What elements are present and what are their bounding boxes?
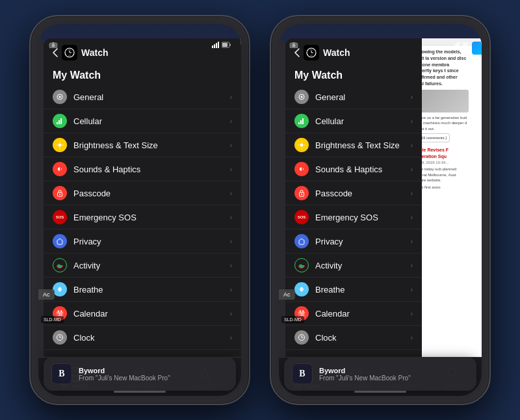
breathe-icon-2	[294, 282, 309, 296]
signal-icon-2	[452, 42, 460, 48]
activity-icon-1	[53, 258, 67, 272]
menu-label-breathe-2: Breathe	[315, 285, 404, 295]
status-right-2	[452, 42, 471, 48]
svg-point-16	[58, 144, 62, 147]
menu-label-brightness-1: Brightness & Text Size	[73, 140, 224, 150]
menu-label-sounds-2: Sounds & Haptics	[315, 164, 404, 174]
menu-item-activity-1[interactable]: Activity ›	[44, 254, 241, 278]
svg-rect-57	[300, 120, 302, 124]
svg-rect-14	[58, 120, 60, 124]
chevron-privacy-2: ›	[411, 238, 413, 245]
status-bar-2	[279, 38, 482, 51]
chevron-passcode-1: ›	[230, 190, 232, 197]
notif-content-2: Byword From "Juli's New MacBook Pro"	[319, 367, 469, 382]
menu-item-contacts-2[interactable]: Contacts ›	[285, 350, 422, 354]
notif-subtitle-2: From "Juli's New MacBook Pro"	[319, 374, 469, 382]
svg-rect-2	[52, 42, 55, 44]
svg-point-44	[292, 44, 296, 47]
menu-item-brightness-2[interactable]: Brightness & Text Size ›	[285, 133, 422, 157]
status-bar-1	[38, 38, 241, 51]
svg-rect-13	[57, 122, 58, 124]
notif-subtitle-1: From "Juli's New MacBook Pro"	[79, 374, 228, 382]
status-left-2	[289, 42, 298, 48]
menu-item-cellular-2[interactable]: Cellular ›	[285, 109, 422, 133]
watch-menu-1[interactable]: My Watch General ›	[44, 64, 241, 354]
chevron-calendar-2: ›	[411, 310, 413, 317]
menu-item-passcode-2[interactable]: Passcode ›	[285, 181, 422, 205]
notif-content-1: Byword From "Juli's New MacBook Pro"	[79, 367, 228, 382]
menu-item-passcode-1[interactable]: Passcode ›	[44, 181, 241, 205]
watch-card-1: Watch My Watch General ›	[44, 38, 241, 357]
menu-item-activity-2[interactable]: Activity ›	[285, 254, 422, 278]
watch-card-2: Watch My Watch General ›	[285, 38, 422, 357]
menu-item-brightness-1[interactable]: Brightness & Text Size ›	[44, 133, 241, 157]
general-icon-1	[53, 90, 67, 104]
menu-item-breathe-2[interactable]: Breathe ›	[285, 278, 422, 302]
svg-rect-58	[302, 118, 304, 124]
sounds-icon-1	[53, 162, 67, 176]
menu-item-sounds-2[interactable]: Sounds & Haptics ›	[285, 157, 422, 181]
notif-title-1: Byword	[79, 367, 228, 374]
chevron-sounds-1: ›	[230, 166, 232, 173]
chevron-clock-1: ›	[230, 334, 232, 341]
menu-label-general-1: General	[73, 92, 224, 102]
menu-item-clock-2[interactable]: Clock ›	[285, 326, 422, 350]
notification-2[interactable]: B Byword From "Juli's New MacBook Pro"	[284, 357, 476, 391]
menu-label-privacy-2: Privacy	[315, 237, 404, 246]
activity-icon-2	[294, 258, 309, 272]
phone-frame-2: H Following the models, iFixit la versio…	[270, 15, 491, 405]
menu-item-cellular-1[interactable]: Cellular ›	[44, 109, 241, 133]
svg-point-55	[301, 96, 303, 98]
status-left-1	[49, 42, 58, 48]
svg-rect-47	[471, 44, 472, 46]
ac-btn-2[interactable]: Ac	[279, 289, 295, 300]
menu-item-privacy-2[interactable]: Privacy ›	[285, 230, 422, 254]
phone-2: H Following the models, iFixit la versio…	[270, 15, 491, 405]
menu-item-privacy-1[interactable]: Privacy ›	[44, 230, 241, 254]
svg-point-24	[58, 264, 62, 267]
chevron-privacy-1: ›	[230, 238, 232, 245]
chevron-sos-1: ›	[230, 214, 232, 221]
general-icon-2	[294, 90, 309, 104]
menu-item-sos-2[interactable]: SOS Emergency SOS ›	[285, 205, 422, 230]
chevron-breathe-2: ›	[411, 286, 413, 293]
menu-label-clock-1: Clock	[73, 333, 224, 343]
brightness-icon-2	[294, 138, 309, 152]
svg-rect-56	[298, 122, 300, 124]
menu-item-general-2[interactable]: General ›	[285, 85, 422, 109]
notif-icon-2: B	[292, 363, 313, 384]
svg-point-25	[59, 265, 60, 266]
chevron-cellular-1: ›	[230, 118, 232, 125]
menu-item-general-1[interactable]: General ›	[44, 85, 241, 109]
menu-label-sounds-1: Sounds & Haptics	[73, 164, 224, 174]
menu-item-sounds-1[interactable]: Sounds & Haptics ›	[44, 157, 241, 181]
sld-label-1: SLD-MD	[41, 316, 64, 323]
menu-item-calendar-1[interactable]: 31 Calendar ›	[44, 302, 241, 326]
ac-btn-1[interactable]: Ac	[38, 289, 55, 300]
svg-rect-5	[222, 43, 228, 47]
svg-rect-72	[303, 310, 304, 312]
watch-menu-2[interactable]: My Watch General ›	[285, 64, 422, 354]
chevron-general-2: ›	[411, 94, 413, 101]
menu-label-clock-2: Clock	[315, 333, 404, 343]
menu-item-sos-1[interactable]: SOS Emergency SOS ›	[44, 205, 241, 230]
sos-icon-2: SOS	[294, 210, 309, 224]
menu-label-breathe-1: Breathe	[73, 285, 224, 295]
menu-item-contacts-1[interactable]: Contacts ›	[44, 350, 241, 354]
menu-item-calendar-2[interactable]: 31 Calendar ›	[285, 302, 422, 326]
watch-section-header-2: My Watch	[285, 64, 422, 85]
passcode-icon-2	[294, 186, 309, 200]
cellular-icon-2	[294, 114, 309, 128]
chevron-calendar-1: ›	[230, 310, 232, 317]
chevron-cellular-2: ›	[411, 118, 413, 125]
left-partial-card-2: H	[279, 38, 285, 357]
notification-1[interactable]: B Byword From "Juli's New MacBook Pro"	[44, 357, 236, 391]
watch-section-header-1: My Watch	[44, 64, 241, 85]
clock-icon-1	[53, 330, 67, 345]
notif-title-2: Byword	[319, 367, 469, 374]
chevron-sos-2: ›	[411, 214, 413, 221]
phone-screen-2: H Following the models, iFixit la versio…	[279, 24, 482, 396]
svg-point-59	[300, 144, 304, 147]
menu-item-clock-1[interactable]: Clock ›	[44, 326, 241, 350]
menu-item-breathe-1[interactable]: Breathe ›	[44, 278, 241, 302]
